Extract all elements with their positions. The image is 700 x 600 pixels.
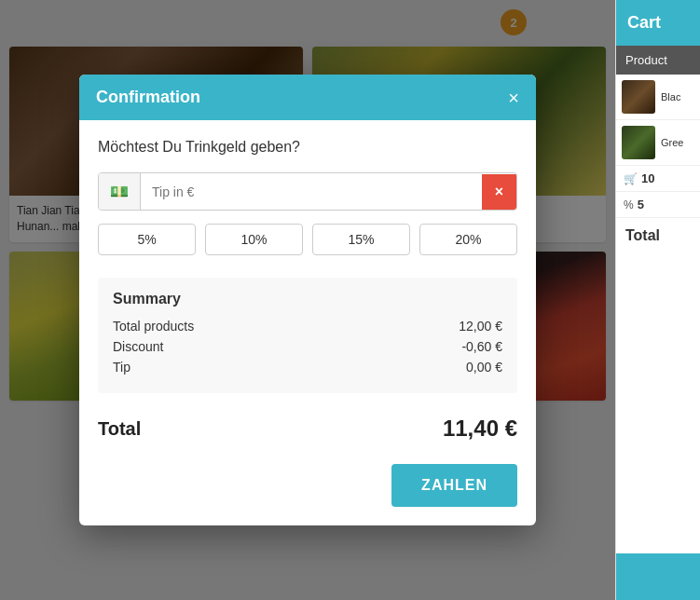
summary-discount-value: -0,60 € — [461, 339, 502, 354]
cart-sidebar: Cart Product Blac Gree 🛒 10 % 5 Total — [615, 0, 700, 600]
tip-20-button[interactable]: 20% — [419, 224, 517, 255]
summary-products-label: Total products — [113, 319, 194, 334]
total-row: Total 11,40 € — [98, 412, 517, 442]
cart-header: Cart — [616, 0, 700, 46]
modal-header: Confirmation × — [79, 75, 536, 120]
summary-section: Summary Total products 12,00 € Discount … — [98, 278, 517, 393]
cart-item: Blac — [616, 75, 700, 120]
summary-row-products: Total products 12,00 € — [113, 319, 502, 334]
cart-item: Gree — [616, 120, 700, 166]
confirmation-modal: Confirmation × Möchtest Du Trinkgeld geb… — [79, 75, 536, 525]
total-value: 11,40 € — [443, 416, 517, 442]
summary-discount-label: Discount — [113, 339, 163, 354]
modal-footer: ZAHLEN — [79, 464, 536, 525]
money-icon: 💵 — [99, 173, 141, 210]
summary-tip-label: Tip — [113, 360, 130, 375]
tip-percent-row: 5% 10% 15% 20% — [98, 224, 517, 255]
cart-discount-value: 5 — [638, 198, 644, 211]
cart-title: Cart — [627, 13, 661, 32]
cart-qty-row: 🛒 10 — [616, 166, 700, 192]
modal-body: Möchtest Du Trinkgeld geben? 💵 × 5% 10 — [79, 120, 536, 464]
modal-title: Confirmation — [96, 88, 200, 107]
summary-title: Summary — [113, 291, 502, 307]
summary-row-discount: Discount -0,60 € — [113, 339, 502, 354]
tip-5-button[interactable]: 5% — [98, 224, 196, 255]
tip-input-row: 💵 × — [98, 172, 517, 211]
tip-input[interactable] — [141, 175, 482, 209]
cart-item-name: Gree — [661, 137, 683, 148]
cart-qty-value: 10 — [641, 171, 654, 185]
tip-clear-button[interactable]: × — [482, 174, 516, 210]
cart-icon: 🛒 — [624, 172, 638, 185]
modal-close-button[interactable]: × — [508, 89, 519, 107]
cart-discount-row: % 5 — [616, 192, 700, 218]
percent-icon: % — [624, 198, 634, 211]
cart-item-thumbnail — [622, 80, 655, 114]
summary-row-tip: Tip 0,00 € — [113, 360, 502, 375]
tip-15-button[interactable]: 15% — [312, 224, 410, 255]
cart-product-label: Product — [616, 46, 700, 75]
tip-10-button[interactable]: 10% — [205, 224, 303, 255]
pay-button[interactable]: ZAHLEN — [391, 464, 517, 507]
tip-question: Möchtest Du Trinkgeld geben? — [98, 139, 517, 156]
cart-total-label: Total — [616, 218, 700, 250]
modal-overlay: Confirmation × Möchtest Du Trinkgeld geb… — [0, 0, 615, 600]
summary-products-value: 12,00 € — [459, 319, 502, 334]
summary-tip-value: 0,00 € — [466, 360, 502, 375]
cart-pay-button[interactable] — [616, 553, 700, 600]
total-label: Total — [98, 418, 141, 440]
cart-item-thumbnail — [622, 126, 655, 159]
cart-item-name: Blac — [661, 91, 680, 102]
